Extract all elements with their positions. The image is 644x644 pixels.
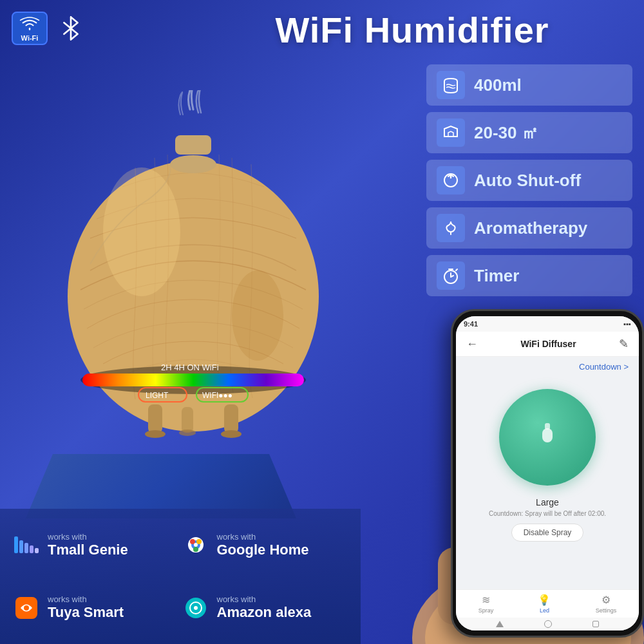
tuya-icon [13, 594, 40, 621]
tuya-text-group: works with Tuya Smart [48, 594, 124, 621]
svg-rect-44 [542, 428, 553, 442]
area-icon [437, 118, 465, 147]
countdown-sublabel: Countdown: Spray will be Off after 02:00… [489, 510, 606, 517]
nav-settings[interactable]: ⚙ Settings [596, 594, 617, 614]
wifi-label: Wi-Fi [21, 34, 39, 42]
google-icon [182, 531, 209, 558]
phone-header: ← WiFi Diffuser ✎ [456, 332, 639, 357]
top-icons-area: Wi-Fi [12, 12, 88, 45]
nav-settings-label: Settings [596, 607, 617, 614]
nav-spray[interactable]: ≋ Spray [478, 594, 494, 614]
alexa-label: works with [217, 594, 312, 604]
spray-icon [533, 421, 562, 455]
back-arrow-icon[interactable]: ← [466, 337, 478, 351]
svg-rect-17 [182, 407, 193, 433]
svg-point-5 [103, 167, 180, 296]
svg-point-28 [190, 539, 195, 544]
capacity-icon [437, 71, 465, 99]
svg-point-33 [24, 605, 29, 611]
feature-aromatherapy: Aromatherapy [426, 207, 632, 249]
phone-mockup: 9:41 ▪▪▪ ← WiFi Diffuser ✎ Countdown > [451, 309, 644, 638]
svg-point-6 [232, 270, 283, 361]
tuya-label: works with [48, 594, 124, 604]
countdown-text: Countdown > [579, 362, 629, 372]
alexa-brand: Amazon alexa [217, 604, 312, 621]
svg-rect-25 [35, 548, 39, 553]
google-brand: Google Home [217, 542, 309, 558]
tmall-brand: Tmall Genie [48, 542, 128, 558]
control-circle[interactable] [499, 389, 596, 486]
bluetooth-icon [54, 12, 88, 45]
svg-rect-15 [148, 404, 162, 433]
svg-text:LIGHT: LIGHT [146, 391, 169, 400]
svg-rect-45 [545, 423, 550, 430]
svg-point-19 [221, 430, 242, 438]
svg-rect-24 [30, 545, 33, 553]
app-title: WiFi Diffuser [520, 339, 576, 349]
shutoff-icon [437, 166, 465, 194]
svg-rect-9 [82, 374, 304, 386]
home-nav[interactable] [544, 620, 552, 628]
svg-rect-23 [24, 543, 28, 553]
phone-bottom-nav: ≋ Spray 💡 Led ⚙ Settings [456, 589, 639, 618]
google-text-group: works with Google Home [217, 532, 309, 558]
features-panel: 400ml 20-30 ㎡ Auto Shut-off Aromath [426, 64, 632, 296]
feature-shutoff: Auto Shut-off [426, 160, 632, 201]
humidifier-svg: 2H 4H ON WiFi LIGHT WIFI●●● [39, 90, 348, 464]
phone-home-bar [456, 618, 639, 630]
svg-rect-16 [224, 404, 238, 433]
timer-text: Timer [474, 266, 519, 286]
main-title: WiFi Humidifier [193, 9, 631, 51]
svg-point-7 [170, 155, 216, 173]
capacity-text: 400ml [474, 75, 522, 95]
back-nav[interactable] [496, 621, 504, 627]
timer-icon [437, 261, 465, 290]
size-label: Large [536, 497, 559, 507]
nav-led[interactable]: 💡 Led [538, 594, 551, 614]
nav-led-label: Led [540, 607, 549, 614]
works-alexa: works with Amazon alexa [182, 578, 348, 638]
feature-area: 20-30 ㎡ [426, 112, 632, 153]
tmall-icon [13, 531, 40, 558]
svg-rect-3 [175, 135, 211, 155]
bluetooth-svg [57, 14, 85, 43]
svg-point-29 [196, 539, 202, 544]
product-area: 2H 4H ON WiFi LIGHT WIFI●●● [0, 52, 386, 502]
nav-settings-icon: ⚙ [601, 594, 611, 606]
svg-point-30 [193, 547, 198, 552]
feature-capacity: 400ml [426, 64, 632, 106]
feature-timer: Timer [426, 255, 632, 296]
countdown-area[interactable]: Countdown > [456, 357, 639, 376]
google-label: works with [217, 532, 309, 542]
aromatherapy-text: Aromatherapy [474, 218, 587, 238]
phone-screen: 9:41 ▪▪▪ ← WiFi Diffuser ✎ Countdown > [456, 316, 639, 630]
alexa-text-group: works with Amazon alexa [217, 594, 312, 621]
works-with-panel: works with Tmall Genie works with Google… [0, 509, 361, 644]
recents-nav[interactable] [592, 621, 599, 627]
wifi-icon [19, 15, 40, 33]
works-tuya: works with Tuya Smart [13, 578, 179, 638]
phone-area: 9:41 ▪▪▪ ← WiFi Diffuser ✎ Countdown > [399, 309, 644, 644]
svg-point-36 [194, 606, 198, 610]
svg-rect-22 [19, 540, 23, 553]
svg-point-31 [194, 543, 198, 547]
edit-icon[interactable]: ✎ [619, 337, 629, 351]
tuya-brand: Tuya Smart [48, 604, 124, 621]
svg-text:2H  4H  ON  WiFi: 2H 4H ON WiFi [161, 363, 219, 372]
nav-spray-icon: ≋ [482, 594, 490, 606]
shutoff-text: Auto Shut-off [474, 171, 581, 191]
tmall-text-group: works with Tmall Genie [48, 532, 128, 558]
nav-spray-label: Spray [478, 607, 494, 614]
svg-text:WIFI●●●: WIFI●●● [202, 391, 232, 400]
wifi-badge: Wi-Fi [12, 12, 48, 45]
svg-point-20 [179, 430, 196, 436]
svg-rect-21 [14, 536, 18, 553]
works-tmall: works with Tmall Genie [13, 515, 179, 575]
aromatherapy-icon [437, 214, 465, 242]
phone-statusbar: 9:41 ▪▪▪ [456, 316, 639, 332]
area-text: 20-30 ㎡ [474, 122, 538, 144]
works-google: works with Google Home [182, 515, 348, 575]
tmall-label: works with [48, 532, 128, 542]
nav-led-icon: 💡 [538, 594, 551, 606]
disable-spray-button[interactable]: Disable Spray [511, 524, 584, 542]
